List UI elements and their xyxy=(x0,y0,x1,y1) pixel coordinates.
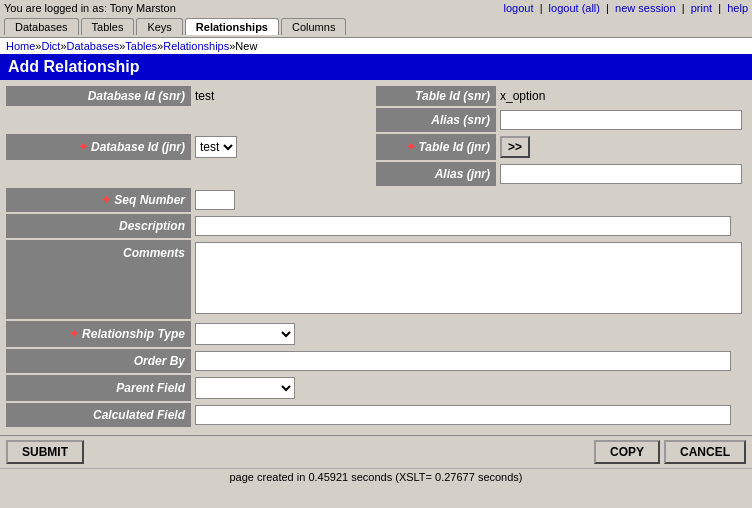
row-alias-snr: Alias (snr) xyxy=(6,108,746,132)
top-bar-links: logout | logout (all) | new session | pr… xyxy=(504,2,748,14)
row-relationship-type: ✦ Relationship Type xyxy=(6,321,746,347)
alias-jnr-label: Alias (jnr) xyxy=(376,162,496,186)
tabs-bar: Databases Tables Keys Relationships Colu… xyxy=(0,16,752,37)
seq-number-input-wrap xyxy=(191,188,746,212)
tab-relationships[interactable]: Relationships xyxy=(185,18,279,35)
breadcrumb-databases[interactable]: Databases xyxy=(67,40,120,52)
row-database-table-snr: Database Id (snr) test Table Id (snr) x_… xyxy=(6,86,746,106)
comments-textarea[interactable] xyxy=(195,242,742,314)
relationship-type-select[interactable] xyxy=(195,323,295,345)
row-description: Description xyxy=(6,214,746,238)
database-id-jnr-label: ✦ Database Id (jnr) xyxy=(6,134,191,160)
order-by-input-wrap xyxy=(191,349,746,373)
order-by-input[interactable] xyxy=(195,351,731,371)
right-buttons: COPY CANCEL xyxy=(594,440,746,464)
database-id-jnr-select[interactable]: test xyxy=(195,136,237,158)
row-comments: Comments xyxy=(6,240,746,319)
page-title: Add Relationship xyxy=(0,54,752,80)
top-bar: You are logged in as: Tony Marston logou… xyxy=(0,0,752,16)
order-by-label: Order By xyxy=(6,349,191,373)
table-id-jnr-btn-wrap: >> xyxy=(496,134,746,160)
alias-jnr-input[interactable] xyxy=(500,164,742,184)
new-session-link[interactable]: new session xyxy=(615,2,676,14)
required-indicator-db-jnr: ✦ xyxy=(78,140,88,154)
relationship-type-label: ✦ Relationship Type xyxy=(6,321,191,347)
parent-field-label: Parent Field xyxy=(6,375,191,401)
breadcrumb-home[interactable]: Home xyxy=(6,40,35,52)
alias-snr-label: Alias (snr) xyxy=(376,108,496,132)
row-database-table-jnr: ✦ Database Id (jnr) test ✦ Table Id (jnr… xyxy=(6,134,746,160)
required-indicator-table-jnr: ✦ xyxy=(406,140,416,154)
database-id-snr-value: test xyxy=(191,86,376,106)
breadcrumb: Home»Dict»Databases»Tables»Relationships… xyxy=(0,37,752,54)
split-left-empty2 xyxy=(6,162,376,186)
seq-number-label: ✦ Seq Number xyxy=(6,188,191,212)
alias-jnr-input-wrap xyxy=(496,162,746,186)
cancel-button[interactable]: CANCEL xyxy=(664,440,746,464)
status-text: page created in 0.45921 seconds (XSLT= 0… xyxy=(229,471,522,483)
database-id-jnr-select-wrap: test xyxy=(191,134,376,160)
database-id-snr-label: Database Id (snr) xyxy=(6,86,191,106)
description-input-wrap xyxy=(191,214,746,238)
database-id-snr-text: test xyxy=(195,89,214,103)
parent-field-select-wrap xyxy=(191,375,746,401)
split-right-table-snr: Table Id (snr) x_option xyxy=(376,86,746,106)
print-link[interactable]: print xyxy=(691,2,712,14)
tab-keys[interactable]: Keys xyxy=(136,18,182,35)
calculated-field-label: Calculated Field xyxy=(6,403,191,427)
alias-snr-input[interactable] xyxy=(500,110,742,130)
parent-field-select[interactable] xyxy=(195,377,295,399)
split-left-db-snr: Database Id (snr) test xyxy=(6,86,376,106)
tab-databases[interactable]: Databases xyxy=(4,18,79,35)
user-info: You are logged in as: Tony Marston xyxy=(4,2,176,14)
alias-snr-input-wrap xyxy=(496,108,746,132)
tab-columns[interactable]: Columns xyxy=(281,18,346,35)
row-parent-field: Parent Field xyxy=(6,375,746,401)
form-container: Database Id (snr) test Table Id (snr) x_… xyxy=(0,80,752,435)
row-calculated-field: Calculated Field xyxy=(6,403,746,427)
table-id-snr-text: x_option xyxy=(500,89,545,103)
split-right-alias-jnr: Alias (jnr) xyxy=(376,162,746,186)
seq-number-input[interactable] xyxy=(195,190,235,210)
comments-label: Comments xyxy=(6,240,191,319)
row-seq-number: ✦ Seq Number xyxy=(6,188,746,212)
required-indicator-rel: ✦ xyxy=(69,327,79,341)
split-left-empty xyxy=(6,108,376,132)
calculated-field-input-wrap xyxy=(191,403,746,427)
table-id-jnr-button[interactable]: >> xyxy=(500,136,530,158)
table-id-snr-label: Table Id (snr) xyxy=(376,86,496,106)
row-alias-jnr: Alias (jnr) xyxy=(6,162,746,186)
copy-button[interactable]: COPY xyxy=(594,440,660,464)
table-id-jnr-label: ✦ Table Id (jnr) xyxy=(376,134,496,160)
description-input[interactable] xyxy=(195,216,731,236)
split-right-alias-snr: Alias (snr) xyxy=(376,108,746,132)
breadcrumb-current: New xyxy=(235,40,257,52)
description-label: Description xyxy=(6,214,191,238)
row-order-by: Order By xyxy=(6,349,746,373)
help-link[interactable]: help xyxy=(727,2,748,14)
required-indicator-seq: ✦ xyxy=(101,193,111,207)
breadcrumb-dict[interactable]: Dict xyxy=(41,40,60,52)
logout-link[interactable]: logout xyxy=(504,2,534,14)
split-left-db-jnr: ✦ Database Id (jnr) test xyxy=(6,134,376,160)
breadcrumb-tables[interactable]: Tables xyxy=(125,40,157,52)
table-id-snr-value: x_option xyxy=(496,86,746,106)
tab-tables[interactable]: Tables xyxy=(81,18,135,35)
relationship-type-select-wrap xyxy=(191,321,746,347)
logout-all-link[interactable]: logout (all) xyxy=(549,2,600,14)
breadcrumb-relationships[interactable]: Relationships xyxy=(163,40,229,52)
comments-textarea-wrap xyxy=(191,240,746,319)
status-bar: page created in 0.45921 seconds (XSLT= 0… xyxy=(0,468,752,485)
split-right-table-jnr: ✦ Table Id (jnr) >> xyxy=(376,134,746,160)
bottom-bar: SUBMIT COPY CANCEL xyxy=(0,435,752,468)
calculated-field-input[interactable] xyxy=(195,405,731,425)
submit-button[interactable]: SUBMIT xyxy=(6,440,84,464)
